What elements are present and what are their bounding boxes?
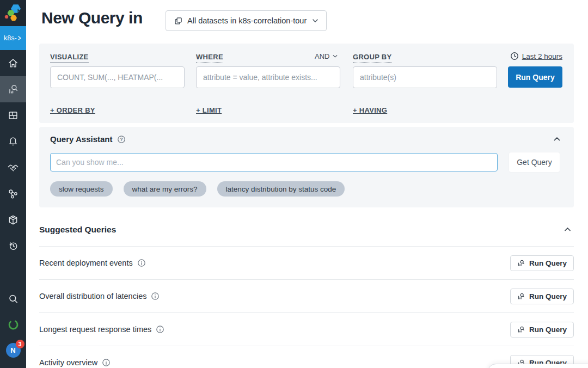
collapse-assistant-button[interactable] [553,136,561,144]
chevron-up-icon [553,136,561,143]
sidebar-item-query[interactable] [0,76,26,102]
suggested-query-title: Longest request response times [39,325,151,334]
search-icon [7,293,20,305]
status-ring-icon [7,318,20,331]
history-icon [7,240,19,252]
info-icon[interactable] [156,325,164,334]
datasets-stack-icon [173,16,182,26]
add-order-by-link[interactable]: + ORDER BY [50,106,95,114]
svg-text:?: ? [120,137,123,142]
query-assistant-title: Query Assistant [50,134,113,144]
home-icon [7,57,19,69]
sidebar-item-datasets[interactable] [0,207,26,233]
environment-selector[interactable]: k8s- [0,26,26,50]
avatar[interactable]: N 3 [6,343,21,358]
sidebar-item-service-map[interactable] [0,181,26,207]
row-run-query-label: Run Query [529,292,567,300]
sidebar-item-home[interactable] [0,50,26,76]
assistant-suggestion-chips: slow requests what are my errors? latenc… [50,181,345,197]
suggestion-chip[interactable]: latency distribution by status code [217,181,345,197]
suggested-query-row: Overall distribution of latencies Run Qu… [39,279,574,312]
info-icon[interactable] [137,259,146,267]
service-map-icon [7,188,19,200]
suggested-query-title: Activity overview [39,358,97,367]
where-input[interactable] [196,66,340,88]
suggested-queries-list: Recent deployment events Run Query Overa… [39,246,574,368]
row-run-query-label: Run Query [529,326,567,334]
chevron-down-icon [332,53,338,59]
where-operator-dropdown[interactable]: AND [315,52,338,60]
chevron-up-icon [564,226,572,233]
time-range-selector[interactable]: Last 2 hours [510,52,562,60]
group-by-label[interactable]: GROUP BY [353,53,392,63]
notification-badge: 3 [16,340,24,348]
group-by-input[interactable] [353,66,497,88]
where-operator-value: AND [315,52,329,60]
boards-icon [7,109,19,121]
dataset-selector-label: All datasets in k8s-correlation-tour [187,16,307,25]
time-range-label: Last 2 hours [522,52,562,60]
visualize-label[interactable]: VISUALIZE [50,53,89,63]
sidebar-search-button[interactable] [0,293,26,305]
app-logo[interactable]: h [0,0,26,26]
suggested-query-title: Overall distribution of latencies [39,292,146,300]
clock-icon [510,52,519,60]
sidebar-item-triggers[interactable] [0,128,26,155]
sidebar: h k8s- [0,0,26,368]
info-icon[interactable] [151,292,160,300]
row-run-query-button[interactable]: Run Query [510,289,574,304]
suggested-query-row: Longest request response times Run Query [39,312,574,346]
sidebar-status-indicator[interactable] [0,318,26,331]
chevron-right-icon [17,35,22,41]
handshake-icon [7,162,19,174]
sidebar-item-boards[interactable] [0,102,26,128]
info-icon[interactable] [102,358,111,367]
cube-icon [7,214,19,226]
sidebar-item-activity-history[interactable] [0,233,26,259]
where-label[interactable]: WHERE [196,53,223,63]
query-builder-panel: VISUALIZE WHERE AND GROUP BY Last 2 hour… [39,44,574,123]
suggested-queries-title: Suggested Queries [39,225,116,235]
query-assistant-panel: Query Assistant ? Get Query slow request… [39,127,574,207]
suggested-query-row: Recent deployment events Run Query [39,246,574,279]
visualize-input[interactable] [50,66,185,88]
row-run-query-label: Run Query [529,259,567,267]
run-query-icon [517,326,525,334]
avatar-initial: N [10,346,15,354]
bell-icon [7,136,19,148]
query-icon [7,83,19,95]
user-menu[interactable]: N 3 [0,343,26,358]
suggestion-chip[interactable]: what are my errors? [124,181,206,197]
get-query-button[interactable]: Get Query [509,152,560,173]
dataset-selector[interactable]: All datasets in k8s-correlation-tour [166,10,327,31]
help-icon[interactable]: ? [117,135,126,144]
add-limit-link[interactable]: + LIMIT [196,106,222,114]
sidebar-item-slos[interactable] [0,155,26,181]
suggestion-chip[interactable]: slow requests [50,181,113,197]
run-query-icon [517,292,525,300]
add-having-link[interactable]: + HAVING [353,106,387,114]
collapse-suggested-queries-button[interactable] [564,226,572,235]
page-title: New Query in [41,9,143,27]
environment-label: k8s- [4,34,17,42]
honeycomb-logo-icon: h [3,3,23,23]
run-query-icon [517,259,525,267]
chevron-down-icon [311,17,319,24]
floating-widget[interactable] [487,364,588,368]
row-run-query-button[interactable]: Run Query [510,255,574,271]
assistant-prompt-input[interactable] [50,153,498,171]
suggested-query-title: Recent deployment events [39,259,133,267]
row-run-query-button[interactable]: Run Query [510,322,574,338]
svg-text:h: h [17,8,21,14]
run-query-button[interactable]: Run Query [508,66,562,88]
